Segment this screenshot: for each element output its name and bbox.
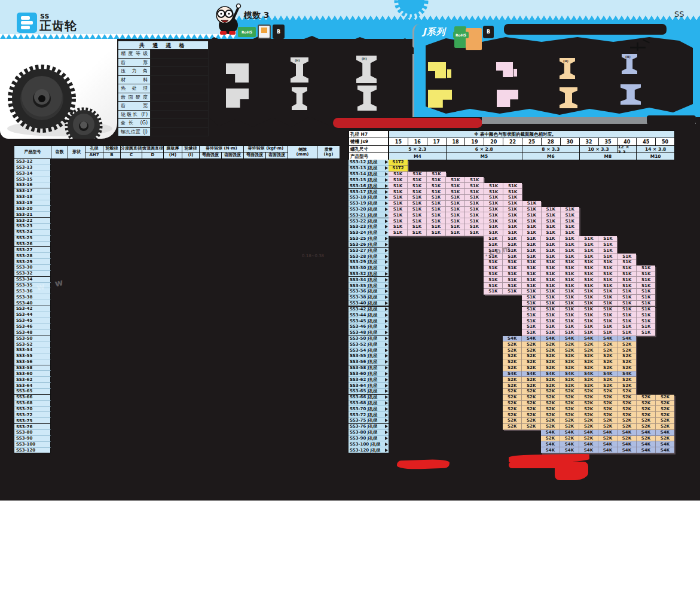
table-row: SS3-17 <box>14 188 340 194</box>
spec-label: 齿形 <box>118 59 151 68</box>
bore-cell: S1T2 <box>389 160 408 165</box>
bore-cell: S1K <box>503 283 522 288</box>
bore-row: SS3-14 J孔径S1KS1KS1K <box>349 172 674 178</box>
product-code: SS3-56 <box>14 359 51 365</box>
bore-cell: S2K <box>618 395 637 400</box>
bore-cell: S2K <box>560 341 579 347</box>
product-code: SS3-66 <box>14 395 51 401</box>
table-row: SS3-12 <box>14 159 340 165</box>
bore-cell: S1K <box>560 301 579 306</box>
bore-cell: S2K <box>579 412 598 417</box>
bore-cell: S1K <box>560 330 579 335</box>
row-data-censored <box>51 283 340 289</box>
bore-cell: S4K <box>560 371 579 377</box>
bore-cell: S2K <box>541 389 560 394</box>
bore-cell: S2K <box>541 383 560 388</box>
bore-cell: S2K <box>560 424 579 429</box>
bore-cell: S1K <box>484 289 503 294</box>
bore-cell: S1K <box>446 207 465 212</box>
bore-cell: S1K <box>389 212 408 218</box>
bore-cell-run-s1k: S1KS1KS1KS1KS1KS1KS1K <box>522 312 655 318</box>
bore-cell: S2K <box>560 436 579 441</box>
bore-cell: S1K <box>560 283 579 288</box>
bore-cell: S1K <box>484 183 503 188</box>
bore-cell: S1K <box>503 189 522 194</box>
row-data-censored <box>51 230 340 236</box>
bore-cell: S4K <box>560 447 579 453</box>
column-header-line: (mm) <box>296 152 309 157</box>
spec-value-censored <box>151 84 209 93</box>
bore-cell: S4K <box>579 336 598 341</box>
row-data-censored <box>51 329 340 335</box>
bore-cell: S1K <box>579 277 598 282</box>
spec-row: 压力角 <box>118 67 209 76</box>
bore-cell: S1K <box>408 207 427 212</box>
bore-cell-run-s1k: S1KS1KS1KS1KS1KS1KS1K <box>522 307 655 313</box>
bore-cell: S1K <box>598 301 618 306</box>
row-data-censored <box>51 371 340 377</box>
bore-cell: S2K <box>503 359 522 365</box>
bore-cell: S1K <box>522 242 541 247</box>
bore-cell-run-s1k: S1KS1KS1KS1KS1KS1KS1K <box>484 236 617 242</box>
bore-row: SS3-100 J孔径S4KS4KS4KS4KS4KS4KS4K <box>349 441 674 447</box>
row-data-censored <box>51 407 340 413</box>
bore-cell: S2K <box>503 395 522 400</box>
bore-cell: S2K <box>541 359 560 365</box>
bore-cell: S4K <box>522 371 541 377</box>
bore-cell-run-s1k: S1KS1KS1KS1KS1KS1KS1K <box>522 318 655 324</box>
dim-symbol-header: C <box>120 152 142 159</box>
bore-cell: S4K <box>541 441 560 447</box>
row-data-censored <box>51 324 340 330</box>
bore-cell: S4K <box>579 441 598 447</box>
bore-cell: S2K <box>579 389 598 394</box>
bore-cell: S1K <box>465 230 484 236</box>
bore-cell: S1K <box>560 318 579 324</box>
common-specs-rows: 精度等级齿形压力角材料热处理齿面硬度齿宽轮毂长 (F)全长 (G)螺孔位置 (J… <box>118 50 209 136</box>
bore-cell: S2K <box>656 418 674 423</box>
bore-cell: S2K <box>541 401 560 406</box>
row-data-censored <box>51 164 340 170</box>
backlash-value-faint: 0.18~0.38 <box>302 254 324 258</box>
bore-cell: S2K <box>598 436 618 441</box>
bore-cell: S1K <box>560 289 579 294</box>
bore-cell-run-s1k: S1KS1KS1KS1KS1KS1KS1KS1K <box>484 254 636 260</box>
bore-cell: S1K <box>484 271 503 277</box>
bore-cell: S1K <box>465 201 484 206</box>
bore-cell: S2K <box>637 412 656 417</box>
bore-cell-run-s4k: S4KS4KS4KS4KS4KS4KS4K <box>541 447 674 453</box>
bore-cell: S1K <box>561 207 579 212</box>
bore-cell: S2K <box>618 424 637 429</box>
bore-cell: S1K <box>408 172 427 177</box>
bore-cell-run-s2k: S2KS2KS2KS2KS2KS2KS2K <box>503 359 636 365</box>
bore-cell: S4K <box>618 371 636 377</box>
bore-row: SS3-17 J孔径S1KS1KS1KS1KS1KS1KS1K <box>349 189 674 195</box>
bore-row: SS3-19 J孔径S1KS1KS1KS1KS1KS1KS1KS1K <box>349 201 674 207</box>
bore-cell-run-s1k: S1KS1KS1KS1KS1KS1KS1KS1KS1K <box>484 266 655 271</box>
bore-cell: S1K <box>560 271 579 277</box>
bore-cell: S2K <box>541 377 560 382</box>
bore-cell: S1K <box>484 189 503 194</box>
bore-cell: S1K <box>598 289 618 294</box>
bore-cell: S1K <box>446 218 465 224</box>
table-row: SS3-22 <box>14 218 340 224</box>
table-row: SS3-72 <box>14 412 340 418</box>
table-row: SS3-46 <box>14 324 340 330</box>
row-data-censored <box>51 424 340 430</box>
bore-cell: S1K <box>484 201 503 206</box>
bore-row: SS3-66 J孔径S2KS2KS2KS2KS2KS2KS2KS2KS2K <box>349 395 674 401</box>
table-row: SS3-27 <box>14 247 340 253</box>
bore-cell: S2K <box>579 353 598 359</box>
bore-cell-run-s1k: S1KS1KS1KS1KS1KS1KS1KS1KS1KS1K <box>389 230 579 236</box>
bore-row: SS3-68 J孔径S2KS2KS2KS2KS2KS2KS2KS2KS2K <box>349 401 674 407</box>
bore-cell: S1K <box>598 277 618 282</box>
spec-value-censored <box>151 93 209 102</box>
bore-cell: S2K <box>560 353 579 359</box>
bore-cell: S2K <box>618 406 637 411</box>
bore-cell: S1T2 <box>389 166 408 171</box>
product-code: SS3-62 <box>14 377 51 383</box>
product-code: SS3-24 <box>14 230 51 236</box>
bore-cell: S1K <box>503 230 522 236</box>
bore-cell-run-s1k: S1KS1KS1KS1KS1KS1KS1KS1KS1KS1K <box>389 218 579 224</box>
row-data-censored <box>51 436 340 442</box>
row-data-censored <box>51 212 340 218</box>
